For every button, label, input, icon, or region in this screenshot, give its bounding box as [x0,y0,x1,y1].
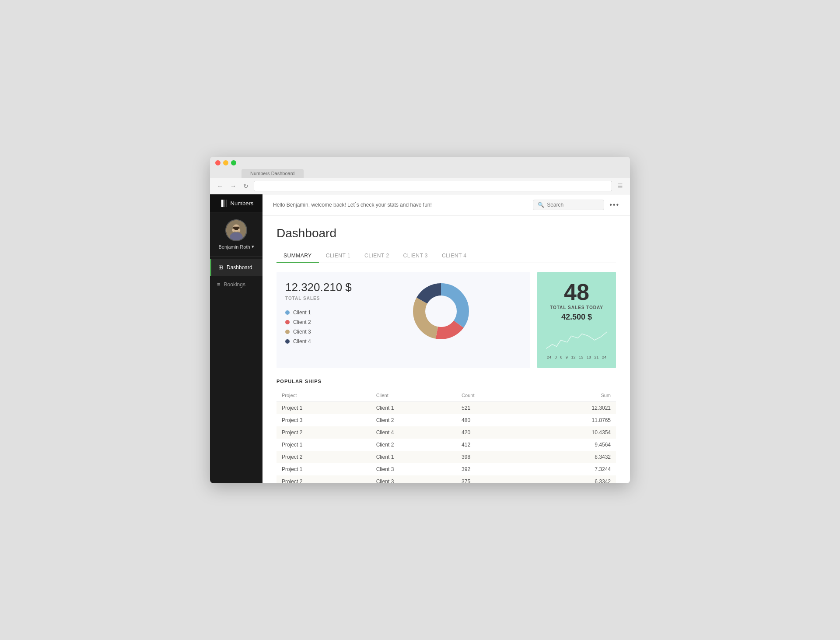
cell-sum: 6.3342 [527,475,616,483]
tabs: SUMMARY CLIENT 1 CLIENT 2 CLIENT 3 CLIEN… [276,249,616,263]
legend-item-client2: Client 2 [285,319,352,325]
col-sum: Sum [527,389,616,402]
x-label-0: 24 [547,355,551,359]
page-title: Dashboard [276,226,616,240]
menu-button[interactable]: ☰ [616,182,625,190]
cell-project: Project 2 [276,475,371,483]
cell-sum: 7.3244 [527,463,616,475]
table-row: Project 1 Client 1 521 12.3021 [276,402,616,415]
cell-client: Client 2 [371,439,456,451]
popular-ships: POPULAR SHIPS Project Client Count Sum [276,379,616,483]
x-label-7: 21 [594,355,598,359]
browser-toolbar: ← → ↻ ☰ [210,178,630,194]
x-label-1: 3 [555,355,557,359]
app-name: Numbers [231,200,254,207]
user-section: Benjamin Roth ▾ [210,212,262,257]
more-options-button[interactable]: ••• [609,201,620,209]
total-sales-info: 12.320.210 $ TOTAL SALES Client 1 Client… [285,281,352,345]
browser-chrome: Numbers Dashboard [210,157,630,178]
search-icon: 🔍 [538,202,544,208]
top-bar-right: 🔍 ••• [533,200,620,210]
main-content: Hello Benjamin, welcome back! Let`s chec… [262,194,630,483]
x-label-5: 15 [579,355,583,359]
search-input[interactable] [547,202,599,208]
x-label-6: 18 [587,355,591,359]
cell-count: 375 [456,475,527,483]
sidebar: ▐║ Numbers [210,194,262,483]
sidebar-item-bookings[interactable]: ≡ Bookings [210,276,262,293]
cell-project: Project 2 [276,426,371,439]
user-name[interactable]: Benjamin Roth ▾ [218,244,254,250]
sidebar-item-dashboard[interactable]: ⊞ Dashboard [210,259,262,276]
legend-item-client4: Client 4 [285,338,352,345]
x-label-2: 6 [560,355,562,359]
cell-project: Project 1 [276,402,371,415]
sidebar-header: ▐║ Numbers [210,194,262,212]
legend-item-client1: Client 1 [285,309,352,316]
sparkline [546,327,607,355]
legend-dot-client1 [285,310,290,315]
table-body: Project 1 Client 1 521 12.3021 Project 3… [276,402,616,484]
cell-project: Project 1 [276,463,371,475]
cell-client: Client 3 [371,475,456,483]
cell-count: 392 [456,463,527,475]
table-row: Project 1 Client 2 412 9.4564 [276,439,616,451]
tab-client2[interactable]: CLIENT 2 [357,249,396,263]
minimize-dot[interactable] [223,160,228,165]
cell-sum: 10.4354 [527,426,616,439]
col-client: Client [371,389,456,402]
cell-client: Client 3 [371,463,456,475]
tab-client4[interactable]: CLIENT 4 [435,249,473,263]
top-bar: Hello Benjamin, welcome back! Let`s chec… [262,194,630,216]
search-box: 🔍 [533,200,604,210]
tab-client3[interactable]: CLIENT 3 [396,249,435,263]
nav-items: ⊞ Dashboard ≡ Bookings [210,259,262,293]
tab-client1[interactable]: CLIENT 1 [319,249,357,263]
tab-summary[interactable]: SUMMARY [276,249,319,263]
summary-right: 48 TOTAL SALES TODAY 42.500 $ 24 3 6 [537,272,616,368]
forward-button[interactable]: → [228,182,238,190]
total-sales-number: 12.320.210 $ [285,281,352,294]
popular-ships-title: POPULAR SHIPS [276,379,616,384]
avatar-placeholder [226,220,246,240]
close-dot[interactable] [215,160,220,165]
data-table: Project Client Count Sum Project 1 Clien… [276,389,616,483]
cell-sum: 8.3432 [527,451,616,463]
maximize-dot[interactable] [231,160,236,165]
avatar [225,219,247,241]
table-row: Project 1 Client 3 392 7.3244 [276,463,616,475]
address-bar[interactable] [254,181,612,191]
summary-section: 12.320.210 $ TOTAL SALES Client 1 Client… [276,272,616,368]
sidebar-label-bookings: Bookings [224,281,245,288]
sidebar-label-dashboard: Dashboard [227,264,252,271]
cell-client: Client 1 [371,451,456,463]
legend-dot-client2 [285,320,290,324]
back-button[interactable]: ← [215,182,225,190]
reload-button[interactable]: ↻ [242,182,250,190]
cell-sum: 9.4564 [527,439,616,451]
app-layout: ▐║ Numbers [210,194,630,483]
browser-controls [215,160,625,165]
browser-window: Numbers Dashboard ← → ↻ ☰ ▐║ Numbers [210,157,630,483]
legend-label-client3: Client 3 [293,329,311,335]
table-header-row: Project Client Count Sum [276,389,616,402]
table-row: Project 2 Client 3 375 6.3342 [276,475,616,483]
dashboard-icon: ⊞ [218,264,223,271]
legend-item-client3: Client 3 [285,329,352,335]
welcome-message: Hello Benjamin, welcome back! Let`s chec… [273,202,432,208]
legend-dot-client3 [285,330,290,334]
dropdown-icon: ▾ [252,244,254,250]
cell-count: 398 [456,451,527,463]
sparkline-svg [546,327,607,353]
legend-label-client4: Client 4 [293,338,311,345]
table-row: Project 3 Client 2 480 11.8765 [276,414,616,426]
cell-project: Project 3 [276,414,371,426]
today-count: 48 [564,281,589,303]
x-label-8: 24 [602,355,606,359]
browser-tab[interactable]: Numbers Dashboard [242,169,304,178]
cell-client: Client 1 [371,402,456,415]
x-label-3: 9 [566,355,568,359]
table-row: Project 2 Client 1 398 8.3432 [276,451,616,463]
cell-sum: 11.8765 [527,414,616,426]
cell-sum: 12.3021 [527,402,616,415]
